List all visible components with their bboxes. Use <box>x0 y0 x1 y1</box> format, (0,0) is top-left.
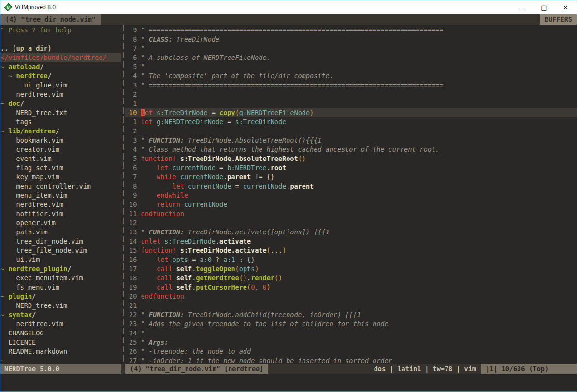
code-line-current[interactable]: 10let s:TreeDirNode = copy(g:NERDTreeFil… <box>125 108 577 117</box>
tab-active[interactable]: (4) "tree_dir_node.vim" <box>0 14 101 25</box>
tree-item-up[interactable]: .. (up a dir) <box>0 44 121 53</box>
code-line[interactable]: 4" Class method that returns the highest… <box>125 145 577 154</box>
tree-item-file[interactable]: LICENCE <box>0 338 121 347</box>
command-line[interactable] <box>0 374 577 391</box>
line-number: 23 <box>125 319 137 329</box>
code-line[interactable]: 8 let currentNode = currentNode.parent <box>125 182 577 191</box>
line-number: 25 <box>125 338 137 347</box>
minimize-button[interactable]: — <box>511 0 533 14</box>
tree-item-dir[interactable]: ~ doc/ <box>0 99 121 108</box>
main-area: " Press ? for help .. (up a dir)</vimfil… <box>0 25 577 364</box>
code-line[interactable]: 12 <box>125 218 577 228</box>
tree-item-dir[interactable]: ~ nerdtree_plugin/ <box>0 264 121 274</box>
code-line[interactable]: 6 let currentNode = b:NERDTree.root <box>125 163 577 173</box>
tree-item-file[interactable]: opener.vim <box>0 218 121 228</box>
tree-item-file[interactable]: key_map.vim <box>0 173 121 182</box>
tree-item-file[interactable]: README.markdown <box>0 347 121 356</box>
tree-item-file[interactable]: NERD_tree.vim <box>0 301 121 310</box>
code-line[interactable]: 8" CLASS: TreeDirNode <box>125 35 577 44</box>
code-line[interactable]: 1 <box>125 99 577 108</box>
code-line[interactable]: 16 let opts = a:0 ? a:1 : {} <box>125 255 577 264</box>
tree-item-blank <box>0 35 121 44</box>
code-line[interactable]: 21 <box>125 301 577 310</box>
line-number: 10 <box>125 108 137 117</box>
code-line[interactable]: 1let g:NERDTreeDirNode = s:TreeDirNode <box>125 117 577 127</box>
tree-item-file[interactable]: bookmark.vim <box>0 136 121 145</box>
tree-item-file[interactable]: menu_item.vim <box>0 191 121 200</box>
tree-item-file[interactable]: ui.vim <box>0 255 121 264</box>
tree-item-file[interactable]: menu_controller.vim <box>0 182 121 191</box>
svg-text:V: V <box>7 5 10 10</box>
tree-item-file[interactable]: flag_set.vim <box>0 163 121 173</box>
tree-item-dir[interactable]: ~ nerdtree/ <box>0 72 121 81</box>
code-line[interactable]: 10 return currentNode <box>125 200 577 209</box>
tree-item-file[interactable]: nerdtree.vim <box>0 90 121 99</box>
tree-item-file[interactable]: exec_menuitem.vim <box>0 274 121 283</box>
code-line[interactable]: 27" -inOrder: 1 if the new node should b… <box>125 356 577 364</box>
code-line[interactable]: 9 endwhile <box>125 191 577 200</box>
code-line[interactable]: 18 call self.getNerdtree().render() <box>125 274 577 283</box>
tree-item-file[interactable]: nerdtree.vim <box>0 319 121 329</box>
line-number: 4 <box>125 72 137 81</box>
tree-item-file[interactable]: path.vim <box>0 228 121 237</box>
code-line[interactable]: 9" =====================================… <box>125 26 577 35</box>
line-number: 1 <box>125 117 137 127</box>
statusline-nerdtree: NERDTree 5.0.0 <box>0 364 121 374</box>
line-number: 17 <box>125 264 137 274</box>
tree-item-dir[interactable]: ~ syntax/ <box>0 310 121 319</box>
code-line[interactable]: 13" FUNCTION: TreeDirNode.activate([opti… <box>125 228 577 237</box>
tabline-filler <box>101 14 540 25</box>
tree-item-file[interactable]: CHANGELOG <box>0 329 121 338</box>
code-line[interactable]: 14unlet s:TreeDirNode.activate <box>125 237 577 246</box>
code-area: 9" =====================================… <box>125 26 577 364</box>
code-line[interactable]: 5function! s:TreeDirNode.AbsoluteTreeRoo… <box>125 154 577 163</box>
titlebar: V Vi IMproved 8.0 — □ ✕ <box>0 0 577 14</box>
code-line[interactable]: 2 <box>125 90 577 99</box>
tree-item-file[interactable]: event.vim <box>0 154 121 163</box>
tree-item-file[interactable]: tree_dir_node.vim <box>0 237 121 246</box>
tree-item-file[interactable]: fs_menu.vim <box>0 283 121 292</box>
code-line[interactable]: 3" =====================================… <box>125 81 577 90</box>
code-line[interactable]: 4" The 'composite' part of the file/dir … <box>125 72 577 81</box>
line-number: 22 <box>125 310 137 319</box>
code-line[interactable]: 2 <box>125 127 577 136</box>
code-line[interactable]: 5" <box>125 62 577 72</box>
code-line[interactable]: 7 while currentNode.parent != {} <box>125 173 577 182</box>
tree-item-file[interactable]: ui_glue.vim <box>0 81 121 90</box>
code-line[interactable]: 3" FUNCTION: TreeDirNode.AbsoluteTreeRoo… <box>125 136 577 145</box>
line-number: 20 <box>125 292 137 301</box>
code-line[interactable]: 23" Adds the given treenode to the list … <box>125 319 577 329</box>
line-number: 7 <box>125 173 137 182</box>
nerdtree-panel[interactable]: " Press ? for help .. (up a dir)</vimfil… <box>0 25 121 364</box>
code-line[interactable]: 20endfunction <box>125 292 577 301</box>
tree-item-dir[interactable]: ~ autoload/ <box>0 62 121 72</box>
code-line[interactable]: 24" <box>125 329 577 338</box>
tree-item-file[interactable]: NERD_tree.txt <box>0 108 121 117</box>
code-line[interactable]: 17 call self.toggleOpen(opts) <box>125 264 577 274</box>
code-line[interactable]: 19 call self.putCursorHere(0, 0) <box>125 283 577 292</box>
code-line[interactable]: 25" Args: <box>125 338 577 347</box>
tree-item-file[interactable]: tags <box>0 117 121 127</box>
tree-item-help[interactable]: " Press ? for help <box>0 26 121 35</box>
tree-item-root[interactable]: </vimfiles/bundle/nerdtree/ <box>0 53 121 62</box>
line-number: 5 <box>125 154 137 163</box>
tree-item-file[interactable]: nerdtree.vim <box>0 200 121 209</box>
tree-item-dir[interactable]: ~ lib/nerdtree/ <box>0 127 121 136</box>
tree-item-file[interactable]: tree_file_node.vim <box>0 246 121 255</box>
line-number: 27 <box>125 356 137 364</box>
tree-item-file[interactable]: creator.vim <box>0 145 121 154</box>
maximize-button[interactable]: □ <box>533 0 555 14</box>
close-button[interactable]: ✕ <box>555 0 577 14</box>
code-line[interactable]: 22" FUNCTION: TreeDirNode.addChild(treen… <box>125 310 577 319</box>
vertical-split-separator[interactable] <box>121 25 125 364</box>
code-line[interactable]: 11endfunction <box>125 209 577 218</box>
tree-item-dir[interactable]: ~ plugin/ <box>0 292 121 301</box>
code-line[interactable]: 6" A subclass of NERDTreeFileNode. <box>125 53 577 62</box>
editor-panel[interactable]: 9" =====================================… <box>125 25 577 364</box>
tree-item-file[interactable]: notifier.vim <box>0 209 121 218</box>
code-line[interactable]: 7" <box>125 44 577 53</box>
code-line[interactable]: 26" -treenode: the node to add <box>125 347 577 356</box>
code-line[interactable]: 15function! s:TreeDirNode.activate(...) <box>125 246 577 255</box>
line-number: 4 <box>125 145 137 154</box>
line-number: 3 <box>125 136 137 145</box>
